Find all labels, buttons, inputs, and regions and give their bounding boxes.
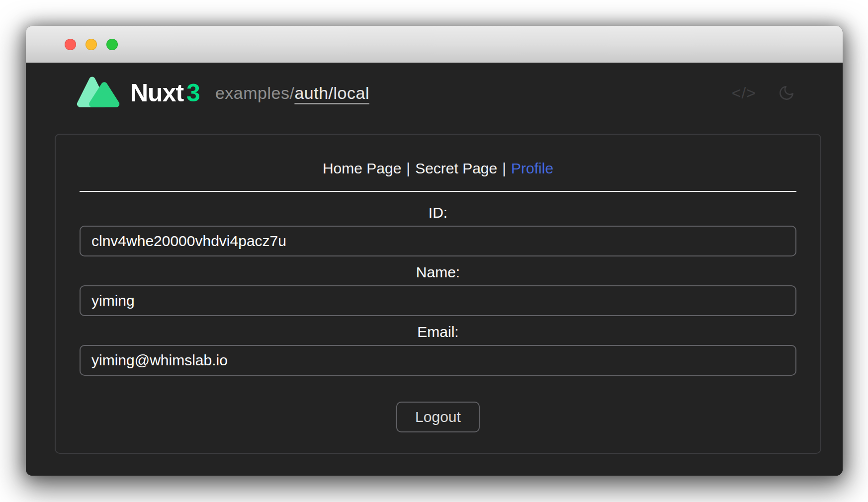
nav-link-home-page[interactable]: Home Page xyxy=(323,160,401,176)
nav-separator: | xyxy=(497,160,511,176)
page-content: Nuxt 3 examples/auth/local </> Home Pa xyxy=(26,63,843,476)
breadcrumb-prefix: examples/ xyxy=(215,84,294,102)
zoom-window-button[interactable] xyxy=(106,39,118,50)
nav-separator: | xyxy=(401,160,415,176)
id-input[interactable] xyxy=(80,226,796,256)
logout-button[interactable]: Logout xyxy=(396,402,480,432)
screenshot-stage: Nuxt 3 examples/auth/local </> Home Pa xyxy=(0,0,868,502)
id-field-label: ID: xyxy=(80,204,796,222)
header-icons: </> xyxy=(732,84,795,102)
minimize-window-button[interactable] xyxy=(86,39,97,50)
brand-version: 3 xyxy=(186,79,200,107)
nuxt-logo-icon xyxy=(76,76,123,110)
nav-link-secret-page[interactable]: Secret Page xyxy=(415,160,497,176)
email-field-label: Email: xyxy=(80,323,796,341)
window-titlebar[interactable] xyxy=(26,26,843,63)
brand-name: Nuxt xyxy=(130,79,183,107)
nuxt-brand-link[interactable]: Nuxt 3 xyxy=(76,76,200,110)
app-header: Nuxt 3 examples/auth/local </> xyxy=(26,63,843,110)
nav-divider xyxy=(80,191,796,192)
breadcrumb-current-link[interactable]: auth/local xyxy=(294,84,369,102)
logout-button-row: Logout xyxy=(80,402,796,432)
close-window-button[interactable] xyxy=(65,39,76,50)
browser-window: Nuxt 3 examples/auth/local </> Home Pa xyxy=(26,26,843,476)
page-nav: Home Page|Secret Page|Profile xyxy=(80,160,796,177)
traffic-lights xyxy=(65,39,118,50)
nav-link-profile[interactable]: Profile xyxy=(511,160,553,176)
name-input[interactable] xyxy=(80,285,796,316)
name-field-label: Name: xyxy=(80,263,796,281)
email-input[interactable] xyxy=(80,345,796,376)
breadcrumb: examples/auth/local xyxy=(215,84,369,103)
source-code-icon[interactable]: </> xyxy=(732,84,756,102)
profile-card: Home Page|Secret Page|Profile ID: Name: … xyxy=(55,134,821,454)
dark-mode-moon-icon[interactable] xyxy=(778,84,795,101)
